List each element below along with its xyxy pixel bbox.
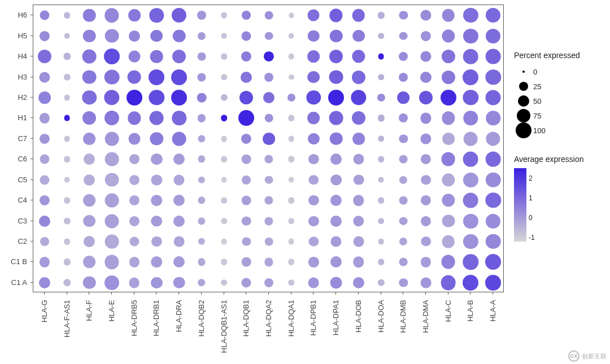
dot xyxy=(308,112,320,124)
dot xyxy=(288,197,295,204)
dot xyxy=(399,11,408,20)
dot xyxy=(173,29,186,42)
dot xyxy=(420,51,431,62)
dot xyxy=(38,50,51,63)
dot xyxy=(288,177,294,183)
x-tick-label: HLA-G xyxy=(40,300,48,365)
dot xyxy=(128,51,140,63)
watermark-text: 创新互联 xyxy=(582,352,607,361)
dot xyxy=(221,74,228,81)
dot xyxy=(242,278,251,287)
dot xyxy=(173,277,185,288)
x-tick-label: HLA-DRB1 xyxy=(152,300,160,365)
dot xyxy=(242,257,251,267)
dot xyxy=(198,217,205,225)
dot xyxy=(198,238,205,245)
dot xyxy=(104,8,119,22)
dot xyxy=(64,238,71,245)
size-legend-label: 25 xyxy=(533,82,541,91)
dot xyxy=(40,11,49,20)
dot xyxy=(63,258,70,265)
dot xyxy=(329,9,342,22)
dot xyxy=(353,216,364,227)
dot xyxy=(399,52,408,61)
size-legend-label: 50 xyxy=(533,97,541,106)
dot xyxy=(221,177,227,183)
dot xyxy=(463,275,478,291)
dot xyxy=(463,193,478,208)
size-legend-label: 100 xyxy=(533,126,546,135)
dot xyxy=(330,29,343,42)
dot xyxy=(265,11,273,20)
dot xyxy=(105,194,119,208)
dot xyxy=(84,236,95,247)
dot xyxy=(265,238,273,246)
dot xyxy=(288,115,295,122)
dot xyxy=(172,111,186,125)
dot xyxy=(105,173,119,187)
dot xyxy=(399,217,408,225)
dot xyxy=(308,71,320,84)
dot xyxy=(151,195,163,206)
y-tick-label: C5 xyxy=(0,175,27,183)
dot xyxy=(399,32,408,40)
dot xyxy=(308,257,319,267)
dot xyxy=(151,174,162,185)
dot xyxy=(463,234,478,249)
x-tick-label: HLA-DQB1-AS1 xyxy=(219,300,228,365)
dot xyxy=(105,29,119,43)
dot xyxy=(308,10,320,21)
y-tick-label: H2 xyxy=(0,93,27,101)
color-legend-title: Average expression xyxy=(514,155,604,164)
dot xyxy=(378,259,385,266)
dot xyxy=(40,175,49,185)
dot xyxy=(221,218,228,225)
size-legend-label: 75 xyxy=(533,112,541,120)
dot xyxy=(351,90,366,105)
x-tick-label: HLA-DOB xyxy=(354,300,362,365)
dot xyxy=(127,90,142,106)
dot xyxy=(197,11,206,20)
x-tick-label: HLA-DQB2 xyxy=(197,300,205,365)
dot xyxy=(150,50,163,63)
dot xyxy=(174,236,185,247)
dot xyxy=(308,133,319,144)
dot xyxy=(329,70,343,84)
dot xyxy=(464,111,478,125)
dot xyxy=(105,235,119,249)
legend-container: Percent expressed 0255075100 Average exp… xyxy=(514,51,604,242)
dot xyxy=(288,135,294,142)
color-legend-tick: -1 xyxy=(529,234,535,242)
dot xyxy=(308,195,319,205)
dot xyxy=(263,92,274,103)
dot xyxy=(352,9,365,22)
dot xyxy=(82,50,97,64)
dot xyxy=(105,152,119,166)
dot xyxy=(150,111,164,125)
dot xyxy=(197,52,206,61)
dot xyxy=(399,134,408,143)
dot xyxy=(64,177,70,183)
dot xyxy=(39,72,50,82)
dot xyxy=(149,69,164,85)
dot xyxy=(64,135,70,142)
x-tick-label: HLA-E xyxy=(107,300,116,365)
dot xyxy=(330,277,342,288)
dot xyxy=(39,277,50,288)
dot xyxy=(221,12,227,19)
dot xyxy=(82,90,97,104)
dot xyxy=(330,195,342,206)
dot xyxy=(171,90,187,106)
dot xyxy=(307,90,321,104)
dot xyxy=(486,8,500,23)
dot xyxy=(128,9,141,21)
dot xyxy=(39,215,50,226)
dot xyxy=(463,69,478,85)
size-legend-row: 25 xyxy=(514,79,604,94)
dot xyxy=(486,49,501,64)
dot xyxy=(441,255,455,269)
dot xyxy=(128,112,141,125)
x-tick-label: HLA-DMB xyxy=(399,300,407,365)
dot xyxy=(63,73,70,80)
dot xyxy=(198,156,205,163)
